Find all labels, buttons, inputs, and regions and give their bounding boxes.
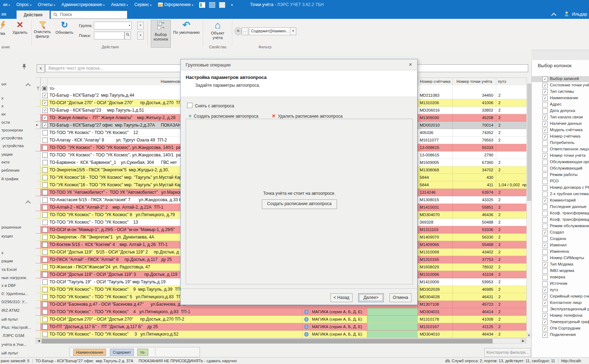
sidebar-item[interactable]: 0: Удалённы... bbox=[1, 291, 28, 296]
column-chooser-item[interactable]: ✓Температурный график bbox=[532, 319, 589, 325]
save-icon[interactable] bbox=[209, 2, 215, 8]
vertical-scrollbar[interactable] bbox=[526, 77, 532, 338]
checkbox-icon[interactable] bbox=[542, 256, 548, 261]
checkbox-icon[interactable]: ✓ bbox=[542, 230, 548, 235]
row-checkbox[interactable] bbox=[42, 309, 48, 315]
checkbox-icon[interactable] bbox=[542, 147, 548, 152]
menu-item-2[interactable]: Опрос▾ bbox=[13, 0, 35, 7]
scroll-right-icon[interactable]: ► bbox=[520, 338, 526, 344]
collapse-section-icon[interactable] bbox=[26, 82, 30, 89]
row-checkbox[interactable] bbox=[42, 272, 48, 277]
checkbox-icon[interactable] bbox=[542, 211, 548, 216]
create-schedule-link[interactable]: Создать расписание автоопроса bbox=[194, 114, 259, 119]
row-checkbox[interactable] bbox=[42, 287, 48, 292]
sidebar-item[interactable]: их bbox=[1, 112, 6, 116]
sidebar-item[interactable]: ЛЭРС GSM bbox=[1, 333, 24, 338]
sidebar-item[interactable]: ый пульт bbox=[1, 351, 18, 355]
next-button[interactable]: Далее> bbox=[358, 293, 384, 302]
row-checkbox[interactable] bbox=[42, 242, 48, 247]
row-checkbox[interactable]: ✓ bbox=[42, 115, 48, 121]
sidebar-item[interactable]: й график bbox=[1, 177, 18, 181]
sidebar-item[interactable]: ости bbox=[1, 120, 10, 124]
row-checkbox[interactable] bbox=[42, 294, 48, 300]
filter-remove-icon[interactable]: ⊗ bbox=[235, 27, 242, 35]
horizontal-scroll-thumb[interactable] bbox=[42, 339, 493, 343]
checkbox-icon[interactable]: ✓ bbox=[542, 153, 548, 159]
tab-actions[interactable]: Действия bbox=[16, 10, 50, 19]
column-chooser-item[interactable]: ✓Отв Сортрудник bbox=[532, 326, 589, 332]
column-chooser-item[interactable]: Номер СИМкарты bbox=[532, 255, 589, 261]
row-checkbox[interactable] bbox=[42, 250, 48, 255]
column-chooser-item[interactable]: ✓Состояние точки учёта bbox=[532, 82, 589, 89]
filter-combobox[interactable]: Содержит([Наимен... bbox=[249, 27, 292, 35]
checkbox-icon[interactable] bbox=[542, 307, 548, 312]
checkbox-icon[interactable]: ✓ bbox=[542, 300, 548, 306]
refresh-button[interactable]: ↻ Обновить bbox=[54, 20, 75, 35]
create-schedule-button[interactable]: Создать расписание автоопроса bbox=[262, 199, 337, 209]
checkbox-icon[interactable]: ✓ bbox=[542, 198, 548, 203]
row-checkbox[interactable] bbox=[42, 182, 48, 188]
checkbox-icon[interactable] bbox=[542, 185, 548, 191]
scroll-down-icon[interactable]: ▼ bbox=[526, 333, 531, 338]
column-chooser-item[interactable]: ✓Серийный номер счетчика bbox=[532, 294, 589, 300]
column-chooser-item[interactable]: ✓Номер точки учёта bbox=[532, 153, 589, 159]
sidebar-item[interactable]: х bbox=[1, 104, 4, 108]
filter-builder-button[interactable]: Конструктор фильтра... bbox=[484, 348, 531, 357]
column-chooser-item[interactable]: ✓Наличие данных bbox=[532, 121, 589, 127]
menu-item-4[interactable]: Администрирование▾ bbox=[58, 0, 108, 7]
column-chooser-item[interactable]: Изменена bbox=[532, 249, 589, 255]
checkbox-icon[interactable]: ✓ bbox=[542, 96, 548, 101]
menu-item-3[interactable]: Отчеты▾ bbox=[35, 0, 58, 7]
checkbox-icon[interactable] bbox=[542, 140, 548, 146]
menu-item-1[interactable]: ки▾ bbox=[0, 0, 13, 7]
sidebar-item[interactable]: ых bbox=[1, 82, 6, 86]
row-checkbox[interactable]: ✓ bbox=[42, 100, 48, 106]
checkbox-icon[interactable] bbox=[542, 102, 548, 107]
row-checkbox[interactable] bbox=[42, 235, 48, 240]
close-icon[interactable]: × bbox=[407, 61, 414, 69]
partial-button[interactable]: тва bbox=[0, 20, 9, 36]
filter-chevron-icon[interactable]: ▾ bbox=[290, 27, 296, 35]
checkbox-icon[interactable]: ✓ bbox=[542, 121, 548, 127]
row-checkbox[interactable] bbox=[42, 160, 48, 165]
group-combobox[interactable]: ▾ bbox=[94, 22, 132, 30]
row-checkbox[interactable] bbox=[42, 220, 48, 225]
checkbox-icon[interactable] bbox=[542, 108, 548, 114]
sidebar-item[interactable]: та Excel bbox=[1, 267, 17, 272]
column-chooser-item[interactable]: ✓Номер счётчика bbox=[532, 134, 589, 140]
checkbox-icon[interactable]: ✓ bbox=[542, 332, 548, 338]
delete-button[interactable]: ✕ Удалить bbox=[11, 20, 29, 35]
column-chooser-item[interactable]: Дата допуска bbox=[532, 108, 589, 114]
checkbox-icon[interactable]: ✓ bbox=[542, 134, 548, 139]
sidebar-item[interactable]: х bbox=[1, 251, 4, 255]
column-chooser-item[interactable]: Создана bbox=[532, 236, 589, 242]
checkbox-icon[interactable] bbox=[542, 166, 548, 171]
column-chooser-item[interactable]: Номер договора с РСО bbox=[532, 185, 589, 191]
sidebar-item[interactable]: ый пульт bbox=[1, 317, 18, 321]
sidebar-item[interactable]: учёта в Уни... bbox=[1, 342, 27, 347]
column-chooser-item[interactable]: Режим обслуживания bbox=[532, 223, 589, 229]
checkbox-icon[interactable]: ✓ bbox=[542, 262, 548, 267]
checkbox-icon[interactable] bbox=[542, 179, 548, 184]
column-chooser-item[interactable]: Эксплуатационный район bbox=[532, 306, 589, 312]
filter-chip[interactable]: Наименование bbox=[73, 349, 106, 356]
sidebar-item[interactable]: рации bbox=[1, 259, 13, 263]
table-row[interactable]: ТО-ТОО "УК Космос" - ТОО "УК Космос" 3 у… bbox=[36, 331, 526, 338]
group-clear-button[interactable]: x bbox=[137, 22, 144, 30]
column-chooser-item[interactable]: ✓Изменил bbox=[532, 242, 589, 248]
print-icon[interactable] bbox=[219, 2, 225, 8]
column-chooser-item[interactable]: Ответственное лицо bbox=[532, 146, 589, 152]
column-chooser-item[interactable]: ✓путэ bbox=[532, 287, 589, 293]
sidebar-item[interactable]: уации bbox=[1, 152, 12, 156]
column-chooser-item[interactable]: ✓Комментарий bbox=[532, 198, 589, 204]
row-checkbox[interactable] bbox=[42, 205, 48, 210]
scroll-left-icon[interactable]: ◄ bbox=[36, 338, 42, 344]
sidebar-item[interactable]: кущих bbox=[1, 234, 13, 238]
table-row[interactable]: ТО-ПТ "Достык,д.117 Б" - ПТ "Достык, д.1… bbox=[36, 323, 526, 331]
row-checkbox[interactable] bbox=[42, 138, 48, 143]
checkbox-icon[interactable] bbox=[187, 103, 192, 108]
tab-partial[interactable]: ия bbox=[0, 12, 6, 17]
column-chooser-item[interactable]: Коэф. трансформации bbox=[532, 217, 589, 223]
table-row[interactable]: ТО-ТОО "УК Космос" - ТОО "УК Космос" 4 у… bbox=[36, 308, 526, 316]
row-checkbox[interactable]: ✓ bbox=[42, 108, 48, 113]
